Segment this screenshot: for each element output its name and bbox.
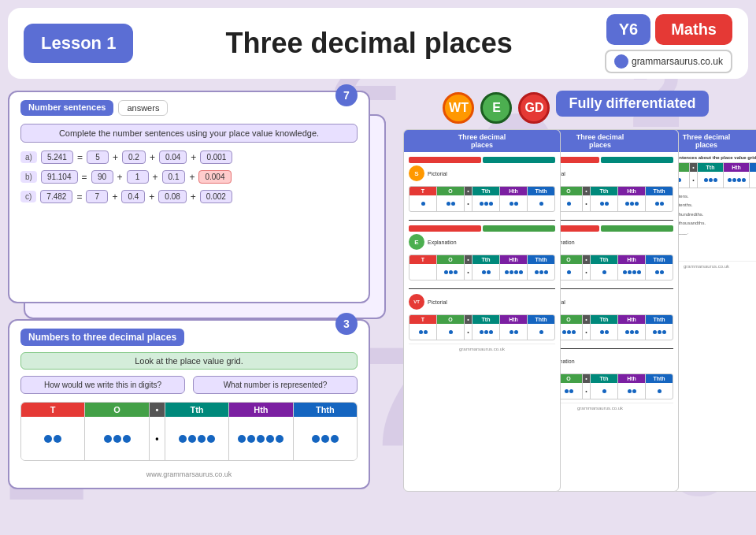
ws1-color-red2 [409, 225, 481, 232]
ws1-mh-Hth: Hth [500, 187, 527, 195]
eq-a-p1: 5 [87, 150, 109, 164]
ws1-mc2-Hth: Hth [500, 255, 528, 280]
dot [44, 435, 52, 443]
pv-col-dot: • • [150, 403, 165, 460]
ws1-mc-T: T [410, 187, 437, 211]
dot [312, 435, 320, 443]
ws1-mc2-dot: • • [465, 255, 472, 280]
eq-c-left: 7.482 [40, 190, 72, 203]
slide1: 7 Number sentences answers Complete the … [8, 91, 370, 303]
ws1-mc3-Thth: Thth [528, 315, 554, 340]
slide1-number: 7 [335, 84, 358, 106]
pv-body-Thth [294, 417, 357, 460]
dot [276, 435, 284, 443]
ws1-mb-T [410, 195, 436, 211]
ws1-mc3-T: T [410, 315, 437, 340]
lesson-badge: Lesson 1 [24, 24, 133, 63]
dot [104, 435, 112, 443]
pv-header-Hth: Hth [229, 403, 292, 417]
ws1-header: Three decimal places [404, 130, 560, 152]
ws1-label-pictorial: Pictorial [428, 171, 447, 176]
ws1-label-pictorial2: Pictorial [428, 299, 447, 305]
eq-c-p3: 0.08 [158, 190, 186, 203]
worksheet-stack: Three decimal places S Pictorial [403, 129, 748, 507]
worksheet-1: Three decimal places S Pictorial [403, 129, 561, 492]
ws1-mh-Thth: Thth [528, 187, 554, 195]
pv-header-Tth: Tth [165, 403, 228, 417]
dot [54, 435, 61, 443]
ws1-mb-dot: • [465, 195, 472, 211]
ws1-section2: E Explanation [409, 225, 555, 250]
dot [188, 435, 196, 443]
equation-a: a) 5.241 = 5 + 0.2 + 0.04 + 0.001 [20, 150, 358, 164]
ws1-mb-Hth [500, 195, 527, 211]
ws1-mc2-O: O [437, 255, 465, 280]
ws1-mc-O: O [437, 187, 465, 211]
pv-col-Tth: Tth [165, 403, 229, 460]
eq-a-left: 5.241 [41, 150, 73, 164]
ws1-title: Three decimal [409, 133, 555, 141]
ws1-mini-table2: T O • • Tth [409, 254, 555, 281]
ws1-mb-Tth [472, 195, 499, 211]
eq-a-p4: 0.001 [200, 150, 232, 164]
ws1-label-explanation: Explanation [428, 240, 457, 245]
pv-body-Hth [229, 417, 292, 460]
ws1-color-row2 [409, 225, 555, 232]
diff-badge-gd: GD [518, 92, 550, 124]
dot [123, 435, 131, 443]
ws1-mb-O [437, 195, 464, 211]
ws1-badge-vt: VT [409, 294, 424, 310]
ws1-mc2-T: T [410, 255, 437, 280]
eq-c-p4: 0.002 [200, 190, 232, 203]
tab-answers[interactable]: answers [118, 100, 168, 116]
eq-b-p3: 0.1 [162, 170, 186, 184]
ws1-title2: places [409, 141, 555, 149]
ws1-diff-vt: VT Pictorial [409, 294, 555, 310]
ws1-mc-dot: • • [465, 187, 472, 211]
slide2: 3 Numbers to three decimal places Look a… [8, 319, 370, 489]
slide1-tabs: Number sentences answers [20, 100, 358, 116]
pv-header-O: O [85, 403, 148, 417]
ws1-mc2-Thth: Thth [528, 255, 554, 280]
ws1-body: S Pictorial T O [404, 152, 560, 355]
ws1-color-green2 [483, 225, 555, 232]
dot [207, 435, 215, 443]
pv-header-T: T [21, 403, 84, 417]
ws1-answer-line2 [409, 283, 555, 289]
ws1-mini-table3: T O • • Tth [409, 314, 555, 340]
dot [238, 435, 246, 443]
worksheets-area: WT E GD Fully differentiated Three decim… [403, 91, 748, 527]
pv-col-T: T [21, 403, 85, 460]
pv-col-Hth: Hth [229, 403, 293, 460]
ws1-color-row1 [409, 157, 555, 163]
pv-col-Thth: Thth [294, 403, 357, 460]
eq-b-p1: 90 [91, 170, 113, 184]
tab-number-sentences[interactable]: Number sentences [20, 100, 113, 116]
grammarsaurus-logo: grammarsaurus.co.uk [605, 50, 732, 73]
slide2-website: www.grammarsaurus.co.uk [146, 470, 232, 478]
slide2-number: 3 [335, 313, 358, 335]
dot [113, 435, 121, 443]
slide2-instruction: Look at the place value grid. [20, 352, 358, 370]
dot [179, 435, 187, 443]
eq-b-p4: 0.004 [198, 170, 231, 184]
diff-badge-wt: WT [443, 92, 474, 124]
ws1-mc3-dot: • • [465, 315, 472, 340]
grammarsaurus-icon [614, 54, 628, 69]
year-subject-badges: Y6 Maths [606, 14, 732, 45]
ws1-badge-e: E [409, 234, 424, 250]
year-badge: Y6 [606, 14, 650, 45]
slide2-q1: How would we write this in digits? [20, 376, 185, 394]
eq-c-label: c) [20, 191, 36, 202]
grammarsaurus-url: grammarsaurus.co.uk [632, 56, 723, 67]
eq-b-left: 91.104 [41, 170, 78, 184]
slide2-title: Numbers to three decimal places [20, 329, 184, 346]
ws1-mb2-O [437, 264, 464, 280]
slide1-instruction: Complete the number sentences using your… [20, 124, 358, 143]
ws1-diff-e: E Explanation [409, 234, 555, 250]
ws1-color-teal [483, 157, 555, 163]
dot [257, 435, 265, 443]
dot [266, 435, 274, 443]
ws1-badge-s: S [409, 165, 424, 181]
fully-differentiated-banner: Fully differentiated [556, 91, 708, 117]
